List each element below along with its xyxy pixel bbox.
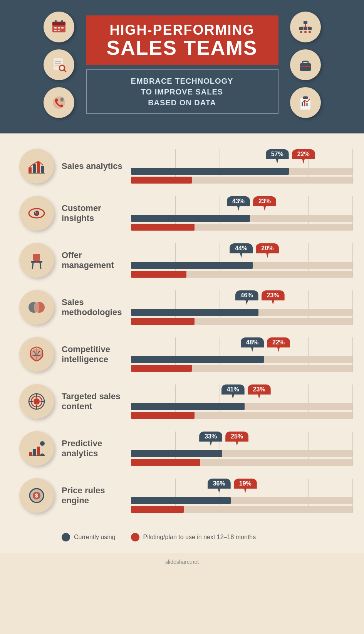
legend: Currently using Piloting/plan to use in … — [12, 533, 352, 541]
svg-rect-1 — [52, 22, 65, 25]
bar-area-3: 46% 23% — [131, 290, 352, 325]
legend-piloting: Piloting/plan to use in next 12–18 month… — [131, 533, 256, 541]
dark-bar-fill-5 — [131, 403, 245, 410]
dark-bar-track-2 — [131, 262, 352, 269]
red-bar-fill-1 — [131, 224, 195, 231]
row-icon-circle-4 — [19, 337, 54, 372]
svg-rect-41 — [29, 167, 32, 173]
subtitle: EMBRACE TECHNOLOGYTO IMPROVE SALESBASED … — [94, 76, 270, 108]
hierarchy-icon — [290, 12, 321, 42]
row-label-7: Price rules engine — [62, 486, 131, 506]
badge-row-3: 46% 23% — [131, 290, 352, 305]
row-icon-area — [12, 243, 62, 278]
red-bar-track-0 — [131, 177, 352, 184]
header-icons-left — [44, 12, 74, 118]
header-center: HIGH-PERFORMING SALES TEAMS EMBRACE TECH… — [86, 15, 278, 114]
svg-rect-19 — [304, 21, 307, 24]
svg-rect-44 — [41, 166, 44, 173]
row-icon-circle-5 — [19, 384, 54, 419]
dark-badge-0: 57% — [266, 149, 289, 164]
svg-point-18 — [61, 98, 63, 101]
row-label-4: Competitive intelligence — [62, 344, 131, 365]
dark-bar-fill-1 — [131, 215, 250, 222]
svg-rect-6 — [61, 27, 64, 29]
legend-dot-dark — [62, 533, 70, 541]
red-badge-7: 19% — [234, 479, 257, 493]
footer-source: slideshare.net — [165, 559, 199, 565]
header-section: HIGH-PERFORMING SALES TEAMS EMBRACE TECH… — [0, 0, 364, 133]
svg-rect-5 — [58, 27, 60, 29]
dark-badge-2: 44% — [230, 243, 253, 258]
badge-row-4: 48% 22% — [131, 337, 352, 352]
svg-rect-45 — [29, 173, 45, 174]
red-bar-track-4 — [131, 365, 352, 372]
svg-rect-8 — [58, 30, 60, 31]
dark-bar-fill-6 — [131, 450, 222, 457]
svg-point-28 — [304, 31, 307, 33]
bars-container-1 — [131, 215, 352, 231]
row-icon-area — [12, 290, 62, 325]
svg-rect-42 — [33, 164, 36, 173]
chart-section: Sales analytics 57% 22% — [12, 149, 352, 525]
bar-area-2: 44% 20% — [131, 243, 352, 278]
title-box: HIGH-PERFORMING SALES TEAMS — [86, 15, 278, 65]
red-bar-track-7 — [131, 506, 352, 513]
dark-badge-3: 46% — [235, 290, 258, 305]
red-bar-track-6 — [131, 459, 352, 466]
red-bar-fill-7 — [131, 506, 184, 513]
dark-badge-5: 41% — [221, 384, 245, 399]
row-icon-area: $ — [12, 478, 62, 513]
bars-container-3 — [131, 309, 352, 325]
row-label-1: Customer insights — [62, 203, 131, 224]
bars-container-6 — [131, 450, 352, 466]
row-label-3: Sales methodologies — [62, 297, 131, 318]
red-badge-4: 22% — [267, 337, 290, 352]
row-icon-circle-0 — [19, 149, 54, 184]
badge-row-7: 36% 19% — [131, 479, 352, 493]
dark-bar-track-0 — [131, 168, 352, 175]
dark-badge-1: 43% — [227, 196, 250, 211]
briefcase-icon — [290, 49, 321, 80]
dark-badge-6: 33% — [199, 432, 222, 446]
svg-rect-4 — [54, 27, 57, 29]
legend-dot-red — [131, 533, 139, 541]
row-icon-area — [12, 149, 62, 184]
red-badge-1: 23% — [253, 196, 276, 211]
chart-row: Customer insights 43% 23% — [12, 196, 352, 231]
clipboard-chart-icon — [290, 87, 321, 118]
legend-currently-using: Currently using — [62, 533, 116, 541]
svg-text:$: $ — [35, 492, 38, 499]
svg-rect-22 — [308, 27, 312, 30]
svg-line-52 — [32, 263, 33, 268]
svg-rect-50 — [33, 254, 40, 261]
title-line2: SALES TEAMS — [97, 38, 267, 58]
svg-point-70 — [40, 441, 45, 446]
dark-badge-7: 36% — [208, 479, 231, 493]
main-content: Sales analytics 57% 22% — [0, 133, 364, 553]
svg-point-62 — [34, 398, 40, 405]
chart-row: Sales methodologies 46% 23% — [12, 290, 352, 325]
calendar-icon — [44, 12, 74, 42]
dark-bar-fill-2 — [131, 262, 253, 269]
row-icon-area — [12, 431, 62, 466]
red-bar-fill-6 — [131, 459, 200, 466]
svg-rect-43 — [37, 162, 40, 173]
red-bar-track-1 — [131, 224, 352, 231]
dark-bar-track-7 — [131, 497, 352, 504]
header-icons-right — [290, 12, 321, 118]
document-search-icon — [44, 49, 74, 80]
row-label-5: Targeted sales content — [62, 391, 131, 412]
svg-rect-33 — [304, 66, 307, 67]
svg-rect-2 — [55, 20, 57, 24]
svg-point-49 — [35, 212, 36, 213]
row-icon-circle-7: $ — [19, 478, 54, 513]
red-bar-track-5 — [131, 412, 352, 419]
badge-row-5: 41% 23% — [131, 384, 352, 399]
row-icon-area — [12, 384, 62, 419]
chart-row: $ Price rules engine 36% 19% — [12, 478, 352, 513]
footer: slideshare.net — [0, 553, 364, 571]
row-icon-circle-3 — [19, 290, 54, 325]
bars-container-4 — [131, 356, 352, 372]
legend-piloting-label: Piloting/plan to use in next 12–18 month… — [143, 534, 256, 541]
chart-row: Targeted sales content 41% 23% — [12, 384, 352, 419]
